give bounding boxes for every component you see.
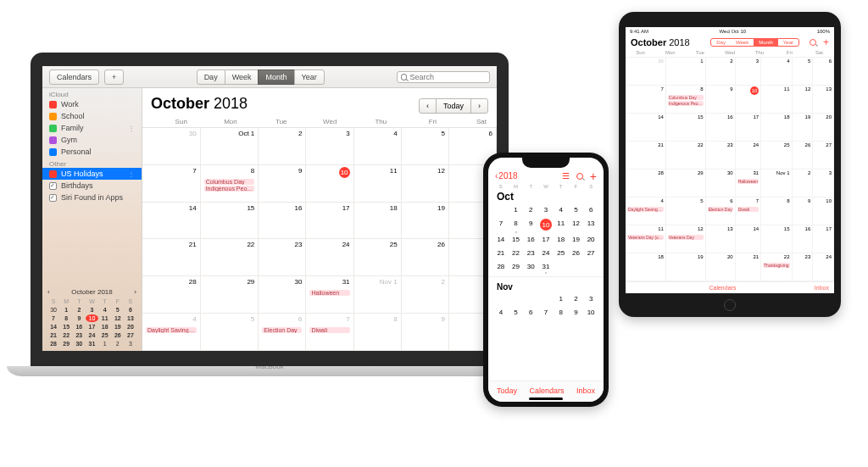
day-cell[interactable]: 11 [354, 165, 402, 203]
minical-day[interactable]: 19 [112, 323, 124, 331]
minical-day[interactable]: 10 [86, 314, 97, 322]
minical-day[interactable]: 17 [86, 323, 97, 331]
minical-day[interactable]: 30 [47, 306, 59, 314]
sidebar-item-birthdays[interactable]: Birthdays [42, 180, 142, 192]
minical-day[interactable]: 1 [99, 340, 111, 347]
day-cell[interactable] [538, 294, 554, 303]
day-cell[interactable]: 25 [354, 239, 402, 276]
minical-day[interactable]: 30 [73, 340, 85, 347]
day-cell[interactable]: 4 [354, 128, 402, 165]
day-cell[interactable]: 12 [569, 219, 584, 231]
day-cell[interactable]: 16 [523, 235, 538, 244]
checkbox-icon[interactable] [49, 194, 57, 202]
day-cell[interactable]: 7 [493, 219, 509, 231]
event-pill[interactable]: Daylight Saving… [627, 207, 664, 212]
today-button[interactable]: Today [436, 98, 471, 114]
day-cell[interactable]: 12 [402, 165, 449, 203]
day-cell[interactable]: 14 [736, 225, 761, 253]
event-pill[interactable]: Veterans Day (o… [627, 235, 664, 240]
sidebar-item-gym[interactable]: Gym [42, 134, 142, 146]
sidebar-item-personal[interactable]: Personal [42, 146, 142, 158]
view-month[interactable]: Month [754, 39, 778, 46]
day-cell[interactable]: 4Daylight Saving… [142, 314, 201, 351]
minical-day[interactable]: 31 [86, 340, 97, 347]
day-cell[interactable]: 13 [813, 86, 834, 114]
day-cell[interactable]: 23 [793, 253, 814, 281]
sidebar-item-siri-found-in-apps[interactable]: Siri Found in Apps [42, 192, 142, 203]
mini-calendar[interactable]: ‹ October 2018 › SMTWTFS3012345678910111… [42, 285, 142, 351]
day-cell[interactable]: 17 [736, 114, 761, 142]
day-cell[interactable]: 15 [666, 114, 706, 142]
day-cell[interactable]: 1 [666, 58, 706, 86]
day-cell[interactable]: 12 [793, 86, 814, 114]
day-cell[interactable]: 18 [761, 114, 792, 142]
day-cell[interactable]: 26 [402, 239, 449, 276]
day-cell[interactable]: 2 [793, 170, 814, 197]
day-cell[interactable]: 9 [706, 86, 736, 114]
day-cell[interactable]: 27 [813, 142, 834, 170]
day-cell[interactable]: 11Veterans Day (o… [626, 225, 666, 253]
day-cell[interactable]: 19 [402, 203, 449, 240]
day-cell[interactable]: 29 [666, 170, 706, 197]
day-cell[interactable]: 8 [554, 308, 569, 317]
add-button[interactable]: + [104, 69, 124, 85]
day-cell[interactable] [554, 262, 569, 271]
day-cell[interactable]: 4Daylight Saving… [626, 197, 666, 225]
day-cell[interactable]: 2 [259, 128, 306, 165]
event-pill[interactable]: Diwali [737, 207, 759, 212]
day-cell[interactable]: 3 [583, 294, 598, 303]
inbox-icon[interactable]: ☰ [562, 171, 570, 181]
sidebar-item-family[interactable]: Family⋮ [42, 122, 142, 134]
month-grid[interactable]: 3012345678Columbus DayIndigenous Peo…910… [626, 58, 834, 281]
day-cell[interactable]: 9 [259, 165, 306, 203]
day-cell[interactable]: 13 [583, 219, 598, 231]
day-cell[interactable]: Nov 1 [761, 170, 792, 197]
day-cell[interactable]: 14 [142, 203, 201, 240]
day-cell[interactable]: 4 [761, 58, 792, 86]
day-cell[interactable]: 19 [793, 114, 814, 142]
day-cell[interactable]: 24 [306, 239, 353, 276]
minical-day[interactable]: 7 [47, 314, 59, 322]
day-cell[interactable]: 8 [354, 314, 402, 351]
minical-day[interactable]: 27 [125, 331, 136, 339]
day-cell[interactable]: 9 [793, 197, 814, 225]
day-cell[interactable]: 4 [554, 205, 569, 214]
month-grid[interactable]: 30Oct 12345678Columbus DayIndigenous Peo… [142, 128, 497, 351]
day-cell[interactable]: 23 [523, 248, 538, 258]
day-cell[interactable]: 2 [706, 58, 736, 86]
day-cell[interactable]: 16 [793, 225, 814, 253]
view-day[interactable]: Day [711, 39, 731, 46]
search-icon[interactable] [576, 173, 583, 180]
day-cell[interactable]: 13 [706, 225, 736, 253]
day-cell[interactable]: 18 [354, 203, 402, 240]
view-week[interactable]: Week [225, 69, 259, 85]
day-cell[interactable]: 6Election Day [706, 197, 736, 225]
next-month-grid[interactable]: 12345678910 [488, 294, 604, 317]
event-pill[interactable]: Halloween [309, 290, 349, 296]
minical-day[interactable]: 4 [99, 306, 111, 314]
event-pill[interactable]: Election Day [262, 327, 302, 333]
day-cell[interactable]: 22 [201, 239, 259, 276]
event-pill[interactable]: Election Day [708, 207, 733, 212]
minical-day[interactable]: 5 [112, 306, 124, 314]
minical-day[interactable]: 23 [73, 331, 85, 339]
day-cell[interactable]: 23 [706, 142, 736, 170]
minical-day[interactable]: 13 [125, 314, 136, 322]
day-cell[interactable]: 1 [554, 294, 569, 303]
minical-day[interactable]: 22 [60, 331, 72, 339]
calendars-button[interactable]: Calendars [49, 69, 99, 85]
day-cell[interactable]: 5 [402, 128, 449, 165]
day-cell[interactable]: Nov 1 [354, 276, 402, 314]
event-pill[interactable]: Indigenous Peo… [668, 101, 704, 106]
day-cell[interactable]: 5 [201, 314, 259, 351]
calendars-button[interactable]: Calendars [529, 386, 564, 395]
day-cell[interactable]: 7 [626, 86, 666, 114]
minical-day[interactable]: 24 [86, 331, 97, 339]
day-cell[interactable]: 28 [626, 170, 666, 197]
minical-day[interactable]: 20 [125, 323, 136, 331]
day-cell[interactable] [523, 294, 538, 303]
day-cell[interactable]: 2 [523, 205, 538, 214]
day-cell[interactable]: 17 [538, 235, 554, 244]
day-cell[interactable]: 5 [509, 308, 524, 317]
day-cell[interactable]: 8 [761, 197, 792, 225]
